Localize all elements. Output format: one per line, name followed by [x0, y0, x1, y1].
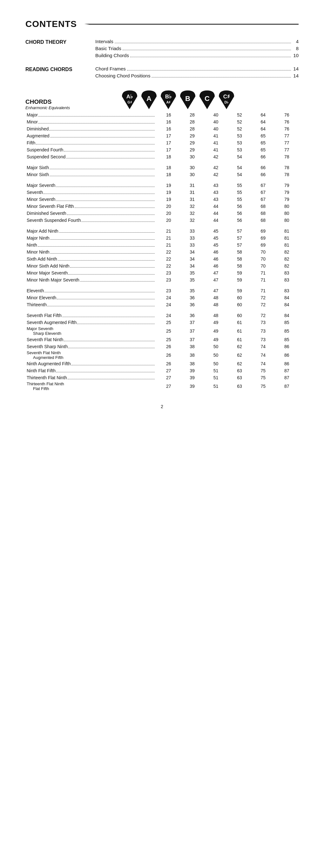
table-row: Thirteenth243648607284	[25, 301, 299, 308]
table-row: Minor Seventh193143556779	[25, 196, 299, 203]
table-row: Minor162840526476	[25, 118, 299, 125]
dots	[127, 66, 291, 70]
chords-label-area: CHORDS Enharmonic Equivalents	[25, 98, 121, 110]
table-row: Seventh Flat NinthAugmented Fifth2638506…	[25, 350, 299, 360]
svg-text:A♯: A♯	[166, 100, 170, 104]
pick-c-icon: C	[199, 90, 215, 110]
entry-text: Basic Triads	[95, 46, 121, 52]
list-item: Building Chords 10	[95, 53, 299, 58]
table-row: Augmented172941536577	[25, 132, 299, 139]
table-row: Suspended Second183042546678	[25, 153, 299, 160]
entry-page: 8	[292, 46, 299, 52]
entry-page: 14	[292, 73, 299, 79]
table-row: Minor Ninth Major Seventh233547597183	[25, 276, 299, 283]
svg-text:D♭: D♭	[224, 100, 228, 104]
svg-text:G♯: G♯	[127, 100, 132, 104]
pick-cs-icon: C♯ D♭	[218, 90, 235, 110]
pick-b: B	[179, 90, 196, 110]
chord-theory-section: CHORD THEORY Intervals 4 Basic Triads 8 …	[25, 39, 299, 60]
list-item: Choosing Chord Positions 14	[95, 73, 299, 79]
chord-picks-row: A♭ G♯ A B♭ A♯	[121, 90, 235, 110]
contents-header: CONTENTS	[25, 19, 299, 29]
table-row: Diminished162840526476	[25, 125, 299, 132]
table-row: Major Sixth183042546678	[25, 164, 299, 171]
entry-text: Chord Frames	[95, 66, 126, 72]
dots	[130, 53, 291, 57]
svg-text:C♯: C♯	[223, 94, 229, 100]
svg-text:C: C	[205, 95, 210, 102]
chord-theory-label: CHORD THEORY	[25, 39, 95, 60]
pick-cs: C♯ D♭	[217, 90, 235, 110]
entry-text: Intervals	[95, 39, 113, 44]
page-title: CONTENTS	[25, 19, 77, 29]
table-row: Suspended Fourth172941536577	[25, 146, 299, 153]
table-row: Thirteenth Flat NinthFlat Fifth273951637…	[25, 381, 299, 391]
table-row: Seventh Flat Fifth243648607284	[25, 312, 299, 319]
table-row: Eleventh233547597183	[25, 287, 299, 294]
table-row: Sixth Add Ninth223446587082	[25, 255, 299, 262]
enharmonic-label: Enharmonic Equivalents	[25, 105, 121, 110]
dots	[123, 46, 291, 50]
table-row: Minor Eleventh243648607284	[25, 294, 299, 301]
entry-page: 14	[292, 66, 299, 72]
svg-text:A♭: A♭	[126, 94, 132, 100]
reading-chords-section: READING CHORDS Chord Frames 14 Choosing …	[25, 66, 299, 80]
svg-text:A: A	[146, 95, 151, 102]
reading-chords-entries: Chord Frames 14 Choosing Chord Positions…	[95, 66, 299, 80]
table-row: Minor Sixth Add Ninth223446587082	[25, 262, 299, 270]
dots	[151, 73, 291, 78]
pick-a: A	[140, 90, 157, 110]
table-row: Ninth213345576981	[25, 242, 299, 248]
table-row: Ninth Augmented Fifth263850627486	[25, 360, 299, 367]
table-row: Major162840526476	[25, 112, 299, 118]
chords-table: Major162840526476Minor162840526476Dimini…	[25, 112, 299, 391]
table-row: Seventh Augmented Fifth253749617385	[25, 319, 299, 326]
reading-chords-label: READING CHORDS	[25, 66, 95, 80]
table-row: Seventh Flat Ninth253749617385	[25, 336, 299, 343]
pick-c: C	[198, 90, 216, 110]
table-row: Major Add Ninth213345576981	[25, 227, 299, 235]
chord-theory-entries: Intervals 4 Basic Triads 8 Building Chor…	[95, 39, 299, 60]
svg-text:B: B	[185, 95, 190, 102]
table-row: Major Seventh193143556779	[25, 182, 299, 189]
header-rule	[83, 24, 299, 25]
pick-b-icon: B	[179, 90, 196, 110]
table-row: Minor Seventh Flat Fifth203244566880	[25, 203, 299, 210]
table-row: Seventh Sharp Ninth263850627486	[25, 343, 299, 350]
pick-bb-icon: B♭ A♯	[160, 90, 177, 110]
pick-ab-icon: A♭ G♯	[121, 90, 138, 110]
entry-text: Building Chords	[95, 53, 129, 58]
pick-bb: B♭ A♯	[159, 90, 177, 110]
table-row: Minor Major Seventh233547597183	[25, 270, 299, 276]
list-item: Basic Triads 8	[95, 46, 299, 52]
table-row: Minor Ninth223446587082	[25, 248, 299, 255]
pick-ab: A♭ G♯	[121, 90, 138, 110]
page-number: 2	[25, 404, 299, 409]
table-row: Ninth Flat Fifth273951637587	[25, 367, 299, 374]
table-row: Fifth172941536577	[25, 139, 299, 146]
pick-a-icon: A	[141, 90, 157, 110]
dots	[115, 39, 291, 43]
entry-page: 4	[292, 39, 299, 44]
svg-text:B♭: B♭	[165, 94, 171, 100]
table-row: Diminished Seventh203244566880	[25, 210, 299, 217]
table-row: Major Ninth213345576981	[25, 235, 299, 242]
list-item: Chord Frames 14	[95, 66, 299, 72]
entry-text: Choosing Chord Positions	[95, 73, 150, 79]
chords-main-label: CHORDS	[25, 98, 121, 105]
table-row: Seventh193143556779	[25, 189, 299, 196]
list-item: Intervals 4	[95, 39, 299, 44]
chords-section: CHORDS Enharmonic Equivalents A♭ G♯ A	[25, 90, 299, 391]
table-row: Thirteenth Flat Ninth273951637587	[25, 374, 299, 381]
table-row: Minor Sixth183042546678	[25, 171, 299, 178]
table-row: Seventh Suspended Fourth203244566880	[25, 217, 299, 224]
table-row: Major SeventhSharp Eleventh253749617385	[25, 326, 299, 336]
entry-page: 10	[292, 53, 299, 58]
